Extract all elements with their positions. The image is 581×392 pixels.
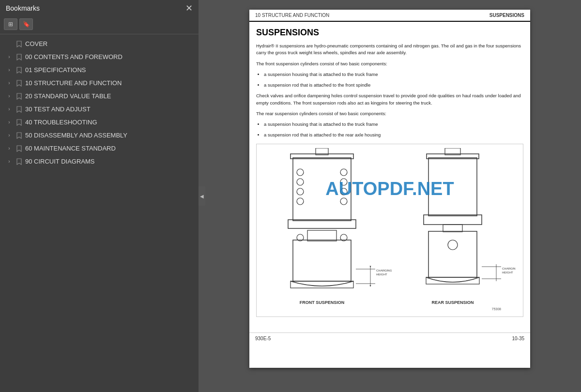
- expand-arrow: ›: [6, 67, 13, 73]
- page-header: 10 STRUCTURE AND FUNCTION SUSPENSIONS: [249, 10, 530, 22]
- svg-rect-27: [443, 225, 462, 232]
- svg-text:REAR SUSPENSION: REAR SUSPENSION: [431, 300, 474, 305]
- bookmark-item-test[interactable]: ›30 TEST AND ADJUST: [0, 103, 199, 116]
- page-header-right: SUSPENSIONS: [489, 13, 524, 18]
- bookmark-label-maintenance: 60 MAINTENANCE STANDARD: [25, 145, 116, 152]
- bookmark-item-contents[interactable]: ›00 CONTENTS AND FOREWORD: [0, 50, 199, 63]
- rear-bullet-1: a suspension housing that is attached to…: [264, 121, 523, 128]
- bookmark-icon-contents: [15, 54, 22, 60]
- sidebar-header: Bookmarks ✕: [0, 0, 199, 16]
- footer-left: 930E-5: [255, 336, 271, 341]
- page-body: SUSPENSIONS Hydrair® II suspensions are …: [249, 22, 530, 328]
- bookmark-icon-specifications: [15, 67, 22, 74]
- svg-rect-23: [428, 158, 477, 216]
- suspension-diagram: CHARGING HEIGHT FRONT SUSPENSION: [264, 148, 516, 313]
- bookmark-item-specifications[interactable]: ›01 SPECIFICATIONS: [0, 63, 199, 76]
- toolbar: ⊞ 🔖: [0, 16, 199, 34]
- bookmark-label-circuit: 90 CIRCUIT DIAGRAMS: [25, 158, 95, 165]
- page-header-left: 10 STRUCTURE AND FUNCTION: [255, 13, 329, 18]
- svg-text:HEIGHT: HEIGHT: [376, 273, 387, 276]
- section-title: SUSPENSIONS: [256, 28, 523, 38]
- grid-view-button[interactable]: ⊞: [4, 18, 17, 30]
- rear-bullet-list: a suspension housing that is attached to…: [264, 121, 523, 139]
- collapse-handle[interactable]: ◀: [199, 186, 205, 206]
- bookmark-label-test: 30 TEST AND ADJUST: [25, 106, 91, 113]
- bookmark-icon-standard: [15, 93, 22, 100]
- svg-point-8: [340, 198, 347, 205]
- bookmark-icon-maintenance: [15, 145, 22, 152]
- bookmark-item-structure[interactable]: ›10 STRUCTURE AND FUNCTION: [0, 76, 199, 90]
- svg-point-1: [297, 169, 304, 176]
- expand-arrow: ›: [6, 146, 13, 151]
- svg-text:HEIGHT: HEIGHT: [502, 271, 513, 274]
- main-content: 10 STRUCTURE AND FUNCTION SUSPENSIONS SU…: [199, 0, 581, 392]
- svg-point-3: [297, 188, 304, 195]
- svg-rect-28: [428, 231, 477, 277]
- bookmark-view-button[interactable]: 🔖: [19, 18, 33, 30]
- bookmark-icon-circuit: [15, 158, 22, 165]
- rear-bullet-2: a suspension rod that is attached to the…: [264, 132, 523, 138]
- bookmark-label-disassembly: 50 DISASSEMBLY AND ASSEMBLY: [25, 132, 127, 139]
- pdf-page: 10 STRUCTURE AND FUNCTION SUSPENSIONS SU…: [199, 0, 581, 392]
- svg-text:75308: 75308: [492, 307, 502, 311]
- paragraph-3: Check valves and orifice dampening holes…: [256, 92, 523, 106]
- footer-right: 10-35: [512, 336, 524, 341]
- bookmark-item-troubleshooting[interactable]: ›40 TROUBLESHOOTING: [0, 116, 199, 129]
- bookmark-label-contents: 00 CONTENTS AND FOREWORD: [25, 53, 122, 60]
- svg-rect-16: [290, 281, 353, 288]
- bookmark-list: COVER›00 CONTENTS AND FOREWORD›01 SPECIF…: [0, 34, 199, 392]
- bookmark-item-disassembly[interactable]: ›50 DISASSEMBLY AND ASSEMBLY: [0, 129, 199, 142]
- svg-rect-26: [424, 215, 482, 225]
- bookmark-icon-test: [15, 106, 22, 113]
- svg-point-5: [340, 169, 347, 176]
- bookmark-item-maintenance[interactable]: ›60 MAINTENANCE STANDARD: [0, 142, 199, 155]
- expand-arrow: ›: [6, 93, 13, 99]
- front-bullet-1: a suspension housing that is attached to…: [264, 71, 523, 78]
- svg-point-7: [340, 188, 347, 195]
- bookmark-label-troubleshooting: 40 TROUBLESHOOTING: [25, 119, 97, 126]
- bookmark-label-specifications: 01 SPECIFICATIONS: [25, 66, 86, 74]
- front-bullet-list: a suspension housing that is attached to…: [264, 71, 523, 89]
- bookmark-item-circuit[interactable]: ›90 CIRCUIT DIAGRAMS: [0, 155, 199, 168]
- bookmark-item-standard[interactable]: ›20 STANDARD VALUE TABLE: [0, 90, 199, 103]
- paragraph-4: The rear suspension cylinders consist of…: [256, 110, 523, 117]
- bookmark-icon-cover: [15, 41, 22, 47]
- svg-point-6: [340, 179, 347, 185]
- expand-arrow: ›: [6, 54, 13, 60]
- expand-arrow: ›: [6, 120, 13, 125]
- svg-rect-12: [307, 230, 336, 241]
- expand-arrow: ›: [6, 133, 13, 138]
- expand-arrow: ›: [6, 80, 13, 86]
- bookmark-icon-structure: [15, 80, 22, 87]
- diagram-container: CHARGING HEIGHT FRONT SUSPENSION: [256, 144, 523, 317]
- expand-arrow: ›: [6, 106, 13, 112]
- front-bullet-2: a suspension rod that is attached to the…: [264, 82, 523, 89]
- expand-arrow: ›: [6, 159, 13, 164]
- grid-icon: ⊞: [8, 21, 13, 28]
- bookmark-icon-disassembly: [15, 132, 22, 139]
- bookmark-icon-troubleshooting: [15, 119, 22, 126]
- svg-point-4: [297, 198, 304, 205]
- bookmark-item-cover[interactable]: COVER: [0, 37, 199, 50]
- svg-rect-15: [293, 240, 351, 281]
- svg-point-2: [297, 179, 304, 185]
- svg-text:FRONT SUSPENSION: FRONT SUSPENSION: [300, 300, 345, 305]
- close-button[interactable]: ✕: [185, 4, 193, 13]
- svg-rect-29: [426, 277, 479, 284]
- bookmark-label-standard: 20 STANDARD VALUE TABLE: [25, 92, 111, 100]
- sidebar-title: Bookmarks: [6, 4, 40, 12]
- svg-text:CHARGING: CHARGING: [376, 269, 392, 272]
- svg-point-30: [448, 240, 458, 250]
- sidebar: Bookmarks ✕ ⊞ 🔖 COVER›00 CONTENTS AND FO…: [0, 0, 199, 392]
- page-content: 10 STRUCTURE AND FUNCTION SUSPENSIONS SU…: [249, 10, 530, 368]
- collapse-arrow: ◀: [200, 194, 204, 199]
- svg-rect-0: [293, 158, 351, 221]
- paragraph-2: The front suspension cylinders consist o…: [256, 60, 523, 67]
- paragraph-1: Hydrair® II suspensions are hydro-pneuma…: [256, 43, 523, 57]
- page-footer: 930E-5 10-35: [249, 332, 530, 344]
- bookmark-label-cover: COVER: [25, 40, 47, 47]
- bookmark-label-structure: 10 STRUCTURE AND FUNCTION: [25, 79, 122, 87]
- svg-text:CHARGING: CHARGING: [502, 267, 516, 270]
- bookmark-icon: 🔖: [23, 21, 30, 28]
